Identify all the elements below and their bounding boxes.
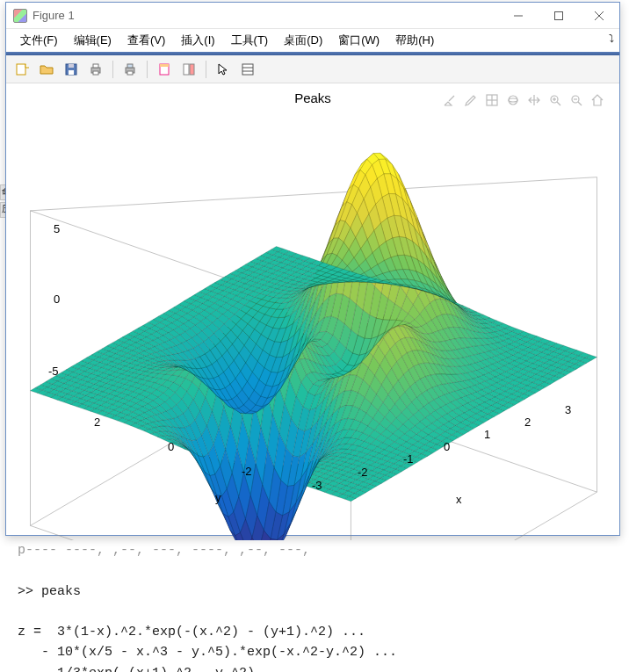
menu-desktop[interactable]: 桌面(D)	[277, 31, 329, 50]
data-cursor-button[interactable]	[237, 59, 258, 80]
open-button[interactable]	[36, 59, 57, 80]
svg-rect-3	[69, 70, 74, 75]
y-tick: 2	[94, 415, 100, 429]
link-axes-button[interactable]	[154, 59, 175, 80]
y-axis-label: y	[215, 491, 221, 504]
y-tick: 0	[168, 440, 174, 453]
command-output: p---- ----, ,--, ---, ----, ,--, ---, >>…	[18, 540, 397, 672]
window-title: Figure 1	[33, 9, 498, 22]
x-tick: 1	[484, 428, 490, 441]
save-button[interactable]	[61, 59, 82, 80]
x-tick: 2	[524, 415, 531, 429]
menubar: 文件(F) 编辑(E) 查看(V) 插入(I) 工具(T) 桌面(D) 窗口(W…	[6, 29, 619, 52]
peaks-surface	[15, 101, 612, 540]
menu-edit[interactable]: 编辑(E)	[67, 31, 119, 50]
svg-rect-9	[127, 64, 133, 68]
x-tick: 3	[565, 403, 571, 416]
x-axis-label: x	[456, 493, 462, 506]
z-tick: -5	[48, 365, 59, 378]
menu-insert[interactable]: 插入(I)	[174, 31, 221, 50]
toolbar-separator	[112, 61, 113, 78]
close-button[interactable]	[579, 3, 619, 29]
menu-file[interactable]: 文件(F)	[13, 31, 65, 50]
matlab-icon	[13, 9, 27, 23]
menu-tools[interactable]: 工具(T)	[224, 31, 276, 50]
svg-line-34	[31, 177, 597, 211]
maximize-button[interactable]	[539, 3, 579, 29]
svg-rect-13	[184, 64, 189, 75]
print-preview-button[interactable]	[119, 59, 141, 80]
svg-rect-14	[190, 64, 194, 75]
figure-window: Figure 1 文件(F) 编辑(E) 查看(V) 插入(I) 工具(T) 桌…	[5, 2, 620, 536]
x-tick: -3	[312, 479, 322, 492]
arrow-tool-button[interactable]	[213, 59, 234, 80]
svg-rect-12	[160, 64, 169, 67]
menubar-overflow-icon[interactable]: ⤵	[609, 33, 614, 45]
print-button[interactable]	[85, 59, 106, 80]
new-figure-button[interactable]	[11, 59, 33, 80]
titlebar[interactable]: Figure 1	[6, 3, 619, 29]
minimize-button[interactable]	[498, 3, 539, 29]
svg-rect-7	[93, 71, 98, 75]
toolbar	[6, 55, 619, 83]
x-tick: -1	[403, 452, 414, 466]
svg-rect-1	[17, 64, 25, 75]
svg-rect-10	[127, 71, 133, 75]
toolbar-separator	[147, 61, 148, 78]
x-tick: -2	[358, 466, 368, 479]
menu-window[interactable]: 窗口(W)	[331, 31, 387, 50]
toolbar-separator	[206, 61, 206, 78]
y-tick: -2	[242, 465, 252, 478]
svg-rect-4	[69, 64, 74, 68]
insert-colorbar-button[interactable]	[178, 59, 199, 80]
x-tick: 0	[444, 440, 450, 453]
axes-area[interactable]: Peaks y x -5 0 5 2 0 -2 -3 -2 -1 0 1 2 3	[6, 83, 619, 535]
z-tick: 5	[54, 222, 60, 235]
svg-rect-0	[555, 11, 563, 19]
svg-rect-15	[242, 64, 253, 75]
menu-view[interactable]: 查看(V)	[120, 31, 172, 50]
z-tick: 0	[54, 293, 60, 306]
menu-help[interactable]: 帮助(H)	[388, 31, 441, 50]
svg-rect-6	[93, 64, 98, 68]
